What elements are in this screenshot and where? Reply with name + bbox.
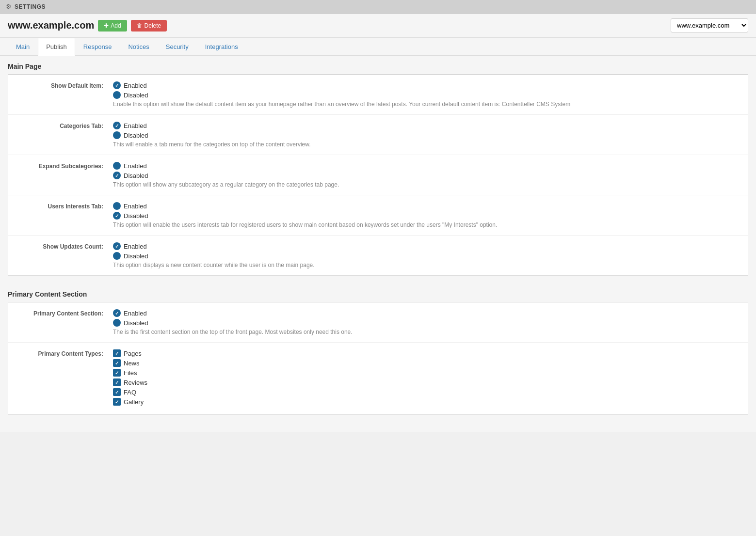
option-interests-enabled[interactable]: Enabled — [113, 202, 740, 210]
checkbox-files-icon — [113, 369, 121, 377]
checkbox-pages-icon — [113, 349, 121, 357]
tab-notices[interactable]: Notices — [120, 38, 157, 56]
label-type-pages: Pages — [124, 350, 142, 357]
row-expand-subcategories: Expand Subcategories: Enabled Disabled T… — [8, 155, 748, 195]
settings-icon: ⚙ — [6, 3, 12, 10]
label-users-interests-tab: Users Interests Tab: — [16, 202, 113, 210]
tab-response[interactable]: Response — [75, 38, 120, 56]
radio-primary-disabled-icon — [113, 319, 121, 327]
control-primary-content-section-toggle: Enabled Disabled The is the first conten… — [113, 309, 740, 335]
option-type-faq[interactable]: FAQ — [113, 388, 740, 396]
row-users-interests-tab: Users Interests Tab: Enabled Disabled Th… — [8, 195, 748, 236]
row-categories-tab: Categories Tab: Enabled Disabled This wi… — [8, 115, 748, 155]
option-interests-disabled[interactable]: Disabled — [113, 212, 740, 220]
row-show-updates-count: Show Updates Count: Enabled Disabled Thi… — [8, 236, 748, 275]
tab-publish[interactable]: Publish — [38, 38, 75, 56]
primary-content-section: Primary Content Section: Enabled Disable… — [8, 302, 748, 415]
content-area: Main Page Show Default Item: Enabled Dis… — [0, 56, 756, 432]
label-interests-enabled: Enabled — [124, 203, 147, 210]
radio-show-default-enabled-icon — [113, 81, 121, 89]
option-cat-disabled[interactable]: Disabled — [113, 131, 740, 139]
help-categories-tab: This will enable a tab menu for the cate… — [113, 141, 740, 148]
control-show-updates-count: Enabled Disabled This option displays a … — [113, 242, 740, 268]
option-primary-disabled[interactable]: Disabled — [113, 319, 740, 327]
help-show-default-item: Enable this option will show the default… — [113, 101, 740, 108]
help-primary-content-section-toggle: The is the first content section on the … — [113, 329, 740, 335]
label-expand-enabled: Enabled — [124, 162, 147, 170]
help-users-interests-tab: This option will enable the users intere… — [113, 221, 740, 228]
radio-interests-enabled-icon — [113, 202, 121, 210]
row-show-default-item: Show Default Item: Enabled Disabled Enab… — [8, 75, 748, 115]
option-type-gallery[interactable]: Gallery — [113, 398, 740, 406]
radio-show-default-disabled-icon — [113, 91, 121, 99]
label-show-default-item: Show Default Item: — [16, 81, 113, 89]
label-categories-tab: Categories Tab: — [16, 122, 113, 129]
help-expand-subcategories: This option will show any subcategory as… — [113, 181, 740, 188]
option-type-pages[interactable]: Pages — [113, 349, 740, 357]
option-type-files[interactable]: Files — [113, 369, 740, 377]
top-bar: ⚙ SETTINGS — [0, 0, 756, 14]
tab-security[interactable]: Security — [158, 38, 197, 56]
control-show-default-item: Enabled Disabled Enable this option will… — [113, 81, 740, 108]
label-show-default-disabled: Disabled — [124, 92, 148, 99]
label-updates-enabled: Enabled — [124, 243, 147, 250]
label-type-files: Files — [124, 369, 137, 377]
label-primary-disabled: Disabled — [124, 319, 148, 327]
main-page-section: Show Default Item: Enabled Disabled Enab… — [8, 75, 748, 276]
add-button[interactable]: ✚ Add — [98, 20, 127, 32]
radio-updates-enabled-icon — [113, 242, 121, 250]
plus-icon: ✚ — [104, 22, 109, 29]
label-type-faq: FAQ — [124, 389, 136, 396]
option-updates-enabled[interactable]: Enabled — [113, 242, 740, 250]
label-interests-disabled: Disabled — [124, 212, 148, 220]
label-cat-enabled: Enabled — [124, 122, 147, 129]
option-updates-disabled[interactable]: Disabled — [113, 252, 740, 260]
option-type-reviews[interactable]: Reviews — [113, 378, 740, 386]
row-primary-content-section-toggle: Primary Content Section: Enabled Disable… — [8, 302, 748, 343]
radio-cat-enabled-icon — [113, 122, 121, 129]
checkbox-gallery-icon — [113, 398, 121, 406]
section-primary-content-title: Primary Content Section — [8, 284, 748, 302]
site-selector[interactable]: www.example.com — [671, 18, 748, 32]
site-dropdown[interactable]: www.example.com — [671, 18, 748, 32]
option-show-default-disabled[interactable]: Disabled — [113, 91, 740, 99]
option-expand-disabled[interactable]: Disabled — [113, 172, 740, 179]
radio-expand-enabled-icon — [113, 162, 121, 170]
option-show-default-enabled[interactable]: Enabled — [113, 81, 740, 89]
tab-bar: Main Publish Response Notices Security I… — [0, 38, 756, 56]
label-type-news: News — [124, 360, 140, 367]
control-users-interests-tab: Enabled Disabled This option will enable… — [113, 202, 740, 228]
label-type-gallery: Gallery — [124, 398, 144, 406]
radio-cat-disabled-icon — [113, 131, 121, 139]
header-left: www.example.com ✚ Add 🗑 Delete — [8, 20, 167, 32]
trash-icon: 🗑 — [137, 22, 143, 29]
option-primary-enabled[interactable]: Enabled — [113, 309, 740, 317]
control-expand-subcategories: Enabled Disabled This option will show a… — [113, 162, 740, 188]
label-updates-disabled: Disabled — [124, 252, 148, 260]
checkbox-faq-icon — [113, 388, 121, 396]
radio-expand-disabled-icon — [113, 172, 121, 179]
label-expand-subcategories: Expand Subcategories: — [16, 162, 113, 170]
radio-updates-disabled-icon — [113, 252, 121, 260]
radio-interests-disabled-icon — [113, 212, 121, 220]
tab-integrations[interactable]: Integrations — [197, 38, 246, 56]
site-title: www.example.com — [8, 20, 94, 31]
option-cat-enabled[interactable]: Enabled — [113, 122, 740, 129]
section-main-page-title: Main Page — [8, 56, 748, 75]
label-expand-disabled: Disabled — [124, 172, 148, 179]
control-primary-content-types: Pages News Files Reviews FAQ — [113, 349, 740, 408]
help-show-updates-count: This option displays a new content count… — [113, 262, 740, 268]
label-primary-content-section-toggle: Primary Content Section: — [16, 309, 113, 317]
label-show-updates-count: Show Updates Count: — [16, 242, 113, 250]
label-primary-content-types: Primary Content Types: — [16, 349, 113, 357]
delete-button[interactable]: 🗑 Delete — [131, 20, 167, 32]
option-expand-enabled[interactable]: Enabled — [113, 162, 740, 170]
checkbox-news-icon — [113, 359, 121, 367]
option-type-news[interactable]: News — [113, 359, 740, 367]
control-categories-tab: Enabled Disabled This will enable a tab … — [113, 122, 740, 148]
header-bar: www.example.com ✚ Add 🗑 Delete www.examp… — [0, 14, 756, 38]
top-bar-title: SETTINGS — [15, 3, 46, 10]
tab-main[interactable]: Main — [8, 38, 38, 56]
label-primary-enabled: Enabled — [124, 310, 147, 317]
label-type-reviews: Reviews — [124, 379, 147, 386]
